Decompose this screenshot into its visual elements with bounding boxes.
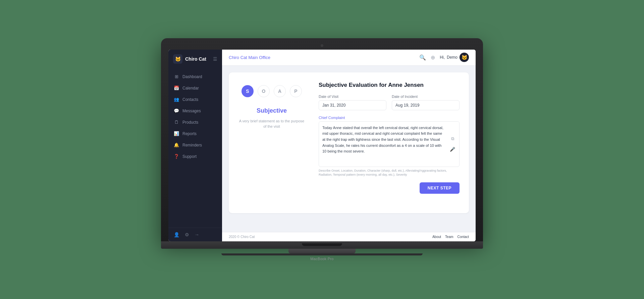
soap-current-title: Subjective [257,107,287,114]
date-of-incident-input[interactable] [392,100,460,110]
complaint-hint: Describe Onset, Location, Duration, Char… [319,169,460,177]
sidebar-item-label: Contacts [182,97,198,102]
sidebar: 🐱 Chiro Cat ☰ ⊞ Dashboard 📅 Calendar [168,50,222,242]
footer-about[interactable]: About [432,235,441,239]
sidebar-item-calendar[interactable]: 📅 Calendar [168,82,222,94]
topbar: Chiro Cat Main Office 🔍 ⊕ Hi, Demo 🐱 [222,50,476,66]
user-name: Demo [447,55,458,60]
settings-icon[interactable]: ⚙ [185,232,189,237]
app-name: Chiro Cat [185,56,206,62]
soap-step-p[interactable]: P [290,85,302,97]
products-icon: 🗒 [174,120,179,125]
footer-team[interactable]: Team [445,235,453,239]
chief-complaint-textarea[interactable] [319,122,459,165]
reminders-icon: 🔔 [174,142,179,148]
add-icon[interactable]: ⊕ [431,54,435,61]
sidebar-item-label: Messages [182,109,201,113]
app: 🐱 Chiro Cat ☰ ⊞ Dashboard 📅 Calendar [168,50,476,242]
laptop-foot [221,253,423,255]
date-of-incident-label: Date of Incident [392,95,460,99]
footer-contact[interactable]: Contact [458,235,469,239]
sidebar-item-label: Products [182,120,198,125]
topbar-actions: 🔍 ⊕ Hi, Demo 🐱 [419,53,469,62]
app-footer: 2020 © Chiro Cat About Team Contact [222,232,476,241]
sidebar-item-label: Calendar [182,86,199,91]
form-title: Subjective Evaluation for Anne Jensen [319,82,460,88]
soap-step-a[interactable]: A [274,85,286,97]
content-area: S O A P [222,66,476,232]
office-title: Chiro Cat Main Office [229,55,270,60]
sidebar-item-messages[interactable]: 💬 Messages [168,105,222,117]
laptop-stand [288,249,356,253]
laptop-base [161,241,483,249]
date-of-visit-input[interactable] [319,100,386,110]
mic-icon[interactable]: 🎤 [448,145,457,154]
sidebar-item-label: Reminders [182,143,202,147]
sidebar-footer: 👤 ⚙ → [168,228,222,241]
copy-icon[interactable]: ⧉ [448,135,457,143]
date-row: Date of Visit Date of Incident [319,95,460,110]
date-of-visit-group: Date of Visit [319,95,386,110]
profile-icon[interactable]: 👤 [174,232,179,237]
menu-icon[interactable]: ☰ [213,56,217,62]
complaint-actions: ⧉ 🎤 [448,135,457,154]
sidebar-item-reminders[interactable]: 🔔 Reminders [168,139,222,151]
sidebar-item-support[interactable]: ❓ Support [168,151,222,162]
calendar-icon: 📅 [174,85,179,91]
sidebar-item-products[interactable]: 🗒 Products [168,117,222,128]
soap-panel: S O A P [238,82,305,204]
date-of-incident-group: Date of Incident [392,95,460,110]
camera [321,44,323,47]
sidebar-logo: 🐱 Chiro Cat ☰ [168,50,222,68]
logout-icon[interactable]: → [195,232,199,237]
laptop-wrapper: 🐱 Chiro Cat ☰ ⊞ Dashboard 📅 Calendar [161,38,483,261]
sidebar-item-label: Support [182,154,197,159]
search-icon[interactable]: 🔍 [419,54,426,61]
soap-step-s[interactable]: S [241,85,254,97]
footer-links: About Team Contact [432,235,469,239]
reports-icon: 📊 [174,131,179,136]
soap-steps: S O A P [241,85,302,97]
sidebar-item-label: Reports [182,131,197,136]
sidebar-item-contacts[interactable]: 👥 Contacts [168,94,222,105]
user-info: Hi, Demo 🐱 [440,53,469,62]
complaint-area-wrapper: ⧉ 🎤 [319,121,460,167]
sidebar-item-reports[interactable]: 📊 Reports [168,128,222,139]
form-panel: Subjective Evaluation for Anne Jensen Da… [319,82,460,204]
soap-card: S O A P [229,72,469,213]
next-step-button[interactable]: NEXT STEP [420,182,460,194]
laptop-notch [302,243,342,246]
sidebar-item-dashboard[interactable]: ⊞ Dashboard [168,71,222,82]
dashboard-icon: ⊞ [174,74,179,79]
avatar: 🐱 [460,53,469,62]
chief-complaint-group: Chief Complaint ⧉ 🎤 Describe Onset, [319,116,460,177]
main-area: Chiro Cat Main Office 🔍 ⊕ Hi, Demo 🐱 [222,50,476,242]
hi-label: Hi, [440,55,445,60]
laptop-body: 🐱 Chiro Cat ☰ ⊞ Dashboard 📅 Calendar [161,38,483,242]
sidebar-nav: ⊞ Dashboard 📅 Calendar 👥 Contacts 💬 [168,68,222,228]
chief-complaint-label: Chief Complaint [319,116,460,120]
sidebar-item-label: Dashboard [182,74,202,79]
laptop-screen: 🐱 Chiro Cat ☰ ⊞ Dashboard 📅 Calendar [168,50,476,242]
messages-icon: 💬 [174,108,179,114]
logo-icon: 🐱 [173,54,182,64]
contacts-icon: 👥 [174,97,179,102]
soap-step-o[interactable]: O [258,85,270,97]
footer-copyright: 2020 © Chiro Cat [229,235,255,239]
date-of-visit-label: Date of Visit [319,95,386,99]
macbook-label: MacBook Pro [161,257,483,261]
support-icon: ❓ [174,154,179,159]
soap-current-desc: A very brief statement as to the purpose… [238,118,305,129]
